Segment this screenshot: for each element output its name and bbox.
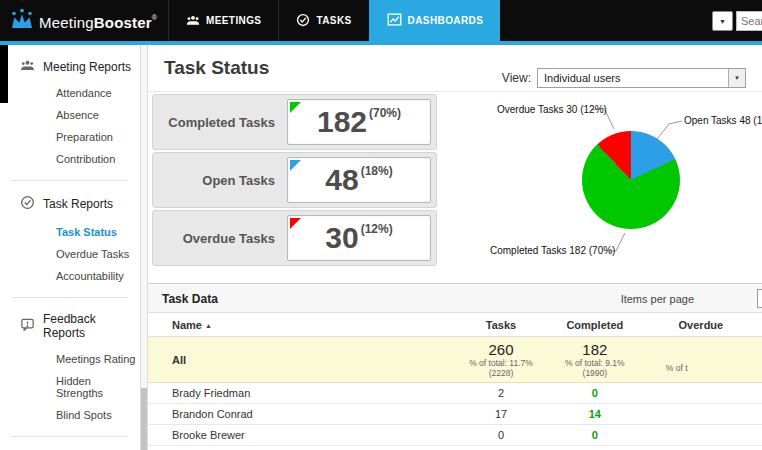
row-tasks: 2 (452, 387, 550, 399)
stat-pct: (18%) (361, 164, 393, 178)
dropdown-arrow-icon: ▼ (728, 69, 745, 87)
total-overdue-cell: % of t (640, 346, 762, 373)
crown-logo-icon (10, 8, 34, 36)
total-completed-cell: 182 % of total: 9.1% (1990) (550, 341, 640, 379)
feedback-bubble-icon (20, 317, 35, 335)
sidebar: Meeting Reports Attendance Absence Prepa… (0, 45, 140, 450)
app-window: MeetingBooster® MEETINGS TASKS (0, 0, 762, 450)
sidebar-item-absence[interactable]: Absence (0, 104, 140, 126)
sidebar-section-feedback-reports: Feedback Reports (0, 312, 140, 340)
sidebar-item-preparation[interactable]: Preparation (0, 126, 140, 148)
stat-value-box: 182 (70%) (287, 99, 431, 145)
search-scope-dropdown-button[interactable]: ▼ (712, 11, 733, 31)
sidebar-scrollbar[interactable] (140, 45, 148, 450)
sidebar-item-blind-spots[interactable]: Blind Spots (0, 404, 140, 426)
view-label: View: (502, 71, 531, 85)
row-completed: 14 (550, 408, 640, 420)
row-name: Brandon Conrad (148, 408, 452, 420)
stat-pct: (70%) (369, 106, 401, 120)
people-icon (20, 59, 35, 74)
column-header-tasks[interactable]: Tasks (452, 319, 550, 331)
tab-meetings[interactable]: MEETINGS (168, 0, 278, 41)
column-header-completed[interactable]: Completed (550, 319, 640, 331)
pie-label-completed: Completed Tasks 182 (70%) (490, 245, 615, 256)
total-tasks-cell: 260 % of total: 11.7% (2228) (452, 341, 550, 379)
row-tasks: 0 (452, 429, 550, 441)
tab-dashboards[interactable]: DASHBOARDS (369, 0, 501, 41)
people-icon (186, 14, 200, 28)
sidebar-item-overdue-tasks[interactable]: Overdue Tasks (0, 243, 140, 265)
tab-dashboards-label: DASHBOARDS (408, 15, 484, 26)
stat-label: Open Tasks (153, 173, 287, 188)
page-title: Task Status (164, 57, 269, 79)
total-tasks-value: 260 (452, 341, 550, 358)
nav-tabs: MEETINGS TASKS DASHBOARDS (168, 0, 500, 41)
sidebar-item-attendance[interactable]: Attendance (0, 82, 140, 104)
row-completed: 0 (550, 387, 640, 399)
view-select[interactable]: Individual users ▼ (537, 68, 746, 88)
stat-card-open: Open Tasks 48 (18%) (152, 152, 437, 208)
total-completed-pct: % of total: 9.1% (550, 358, 640, 368)
sidebar-section-meeting-reports: Meeting Reports (0, 59, 140, 74)
check-circle-icon (20, 195, 35, 213)
open-corner-flag-icon (290, 160, 301, 171)
row-name: Brady Friedman (148, 387, 452, 399)
window-edge-strip (0, 45, 8, 103)
completed-corner-flag-icon (290, 102, 301, 113)
total-tasks-pct: % of total: 11.7% (452, 358, 550, 368)
sidebar-divider (12, 297, 128, 298)
section-title: Task Reports (43, 197, 113, 211)
line-chart-icon (387, 13, 402, 28)
section-title: Feedback Reports (43, 312, 140, 340)
stat-value: 182 (317, 107, 367, 137)
page-header: Task Status View: Individual users ▼ (148, 45, 762, 92)
top-nav-bar: MeetingBooster® MEETINGS TASKS (0, 0, 762, 45)
sidebar-item-meetings-rating[interactable]: Meetings Rating (0, 348, 140, 370)
meetingbooster-logo[interactable]: MeetingBooster® (10, 8, 157, 36)
column-header-name[interactable]: Name▲ (148, 319, 452, 331)
table-total-row[interactable]: All 260 % of total: 11.7% (2228) 182 % o… (148, 337, 762, 383)
column-header-overdue[interactable]: Overdue (640, 319, 762, 331)
overview-section: Completed Tasks 182 (70%) Open Tasks 48 … (148, 92, 762, 283)
tab-tasks-label: TASKS (316, 15, 351, 26)
stat-value: 48 (325, 165, 358, 195)
search-input[interactable] (736, 11, 762, 31)
total-completed-value: 182 (550, 341, 640, 358)
sidebar-section-task-reports: Task Reports (0, 195, 140, 213)
row-completed: 0 (550, 429, 640, 441)
total-completed-denominator: (1990) (550, 368, 640, 378)
tab-meetings-label: MEETINGS (206, 15, 261, 26)
sidebar-item-contribution[interactable]: Contribution (0, 148, 140, 170)
main-content: Task Status View: Individual users ▼ Com… (148, 45, 762, 450)
pie-chart[interactable] (582, 131, 680, 229)
stat-card-completed: Completed Tasks 182 (70%) (152, 94, 437, 150)
logo-text: MeetingBooster® (39, 14, 157, 31)
task-data-title: Task Data (162, 292, 218, 306)
row-tasks: 17 (452, 408, 550, 420)
sidebar-item-accountability[interactable]: Accountability (0, 265, 140, 287)
total-tasks-denominator: (2228) (452, 368, 550, 378)
table-header-row: Name▲ Tasks Completed Overdue (148, 313, 762, 337)
task-data-section: Task Data Items per page Name▲ Tasks Com… (148, 283, 762, 446)
items-per-page-label: Items per page (621, 293, 694, 305)
sidebar-divider (12, 436, 128, 437)
table-row[interactable]: Brandon Conrad 17 14 (148, 404, 762, 425)
sidebar-item-hidden-strengths[interactable]: Hidden Strengths (0, 370, 140, 404)
view-selector-group: View: Individual users ▼ (502, 68, 746, 88)
sidebar-divider (12, 180, 128, 181)
stat-value: 30 (325, 223, 358, 253)
sidebar-item-task-status[interactable]: Task Status (0, 221, 140, 243)
table-row[interactable]: Brooke Brewer 0 0 (148, 425, 762, 446)
overdue-corner-flag-icon (290, 218, 301, 229)
stat-value-box: 48 (18%) (287, 157, 431, 203)
check-circle-icon (296, 13, 310, 29)
items-per-page-select[interactable] (757, 289, 762, 308)
table-row[interactable]: Brady Friedman 2 0 (148, 383, 762, 404)
pie-label-open: Open Tasks 48 (18%) (684, 115, 762, 126)
row-name: Brooke Brewer (148, 429, 452, 441)
task-data-header: Task Data Items per page (148, 283, 762, 313)
pie-label-overdue: Overdue Tasks 30 (12%) (497, 104, 607, 115)
sort-asc-icon: ▲ (205, 322, 212, 329)
scrollbar-thumb[interactable] (141, 388, 147, 450)
tab-tasks[interactable]: TASKS (278, 0, 368, 41)
